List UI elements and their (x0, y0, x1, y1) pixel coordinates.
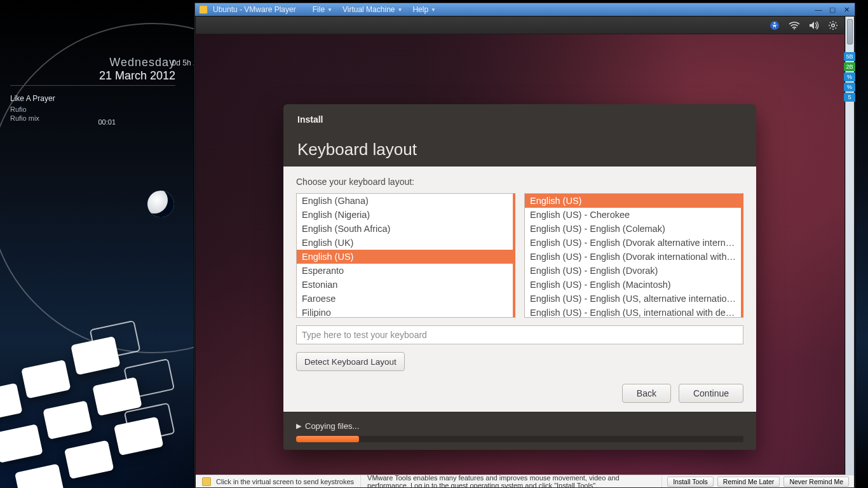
list-item[interactable]: English (South Africa) (297, 222, 513, 236)
install-tools-button[interactable]: Install Tools (667, 477, 714, 487)
svg-point-3 (832, 24, 835, 27)
vmware-player-window: Ubuntu - VMware Player File▼ Virtual Mac… (194, 3, 855, 488)
window-maximize-button[interactable]: ▢ (828, 6, 837, 13)
now-playing-widget: Like A Prayer Rufio Rufio mix 00:01 (10, 94, 175, 122)
network-icon[interactable] (789, 21, 800, 30)
guest-display[interactable]: Install Keyboard layout Choose your keyb… (196, 17, 844, 475)
keyboard-prompt: Choose your keyboard layout: (296, 177, 743, 187)
list-item[interactable]: Filipino (297, 306, 513, 318)
track-artist: Rufio (10, 105, 175, 113)
list-item[interactable]: Faroese (297, 292, 513, 306)
vmware-hint-bar: Click in the virtual screen to send keys… (196, 475, 854, 487)
list-item[interactable]: English (US) - English (Macintosh) (525, 278, 741, 292)
list-item[interactable]: English (US) - Cherokee (525, 208, 741, 222)
moon-decoration (147, 191, 174, 217)
hint-info-icon (202, 477, 211, 486)
svg-point-2 (794, 28, 795, 29)
gadget-chip: % (844, 72, 855, 81)
hint-tools-segment: VMware Tools enables many features and i… (361, 475, 662, 487)
list-item[interactable]: Esperanto (297, 264, 513, 278)
keyboard-test-input[interactable] (296, 325, 743, 344)
hint-click-text: Click in the virtual screen to send keys… (216, 478, 354, 485)
vmware-window-title: Ubuntu - VMware Player (213, 5, 296, 14)
disclosure-triangle-icon: ▶ (296, 422, 301, 430)
copying-row[interactable]: ▶ Copying files... (296, 421, 743, 431)
installer-body: Choose your keyboard layout: English (Gh… (283, 166, 756, 412)
installer-nav-row: Back Continue (296, 384, 743, 403)
installer-step-label: Install (297, 114, 742, 125)
gadget-chip: 5B (844, 52, 855, 61)
track-title: Like A Prayer (10, 94, 175, 103)
keyboard-variant-list[interactable]: English (US)English (US) - CherokeeEngli… (524, 193, 743, 318)
track-time: 00:01 (98, 118, 116, 126)
svg-point-1 (774, 22, 776, 24)
sidebar-gadget-chips: 5B2B%%5 (844, 52, 855, 102)
gadget-chip: 2B (844, 62, 855, 71)
list-item[interactable]: English (US) - English (Dvorak) (525, 264, 741, 278)
gnome-top-panel (196, 17, 844, 34)
vmware-app-icon (199, 5, 208, 14)
list-item[interactable]: English (UK) (297, 236, 513, 250)
clock-date: 21 March 2012 (10, 69, 175, 83)
continue-button[interactable]: Continue (679, 384, 743, 403)
installer-header: Install Keyboard layout (283, 104, 756, 166)
guest-scrollbar[interactable]: 5B2B%%5 (845, 17, 854, 475)
list-item[interactable]: English (US) (297, 250, 513, 264)
window-minimize-button[interactable]: — (814, 6, 823, 13)
keyboard-lists: English (Ghana)English (Nigeria)English … (296, 193, 743, 318)
gadget-chip: 5 (844, 93, 855, 102)
detect-keyboard-button[interactable]: Detect Keyboard Layout (296, 352, 405, 371)
vmware-titlebar[interactable]: Ubuntu - VMware Player File▼ Virtual Mac… (195, 3, 855, 16)
hint-buttons: Install Tools Remind Me Later Never Remi… (662, 475, 854, 487)
list-item[interactable]: English (US) (525, 194, 741, 208)
clock-divider (10, 85, 175, 86)
list-item[interactable]: Estonian (297, 278, 513, 292)
copy-progress-bar (296, 436, 743, 442)
list-item[interactable]: English (US) - English (US, internationa… (525, 306, 741, 318)
list-item[interactable]: English (Ghana) (297, 194, 513, 208)
chevron-down-icon: ▼ (431, 7, 436, 13)
list-item[interactable]: English (Nigeria) (297, 208, 513, 222)
menu-file[interactable]: File▼ (310, 5, 335, 14)
list-item[interactable]: English (US) - English (Colemak) (525, 222, 741, 236)
installer-footer: ▶ Copying files... (283, 412, 756, 450)
window-close-button[interactable]: ✕ (842, 6, 851, 13)
track-mix: Rufio mix (10, 114, 175, 122)
menu-help-label: Help (412, 5, 428, 14)
desktop-tiles-decoration (0, 321, 217, 488)
list-item[interactable]: English (US) - English (Dvorak internati… (525, 250, 741, 264)
menu-virtual-machine[interactable]: Virtual Machine▼ (340, 5, 405, 14)
scrollbar-thumb[interactable] (847, 19, 853, 44)
copy-progress-fill (296, 436, 359, 442)
clock-day: Wednesday (10, 56, 175, 69)
chevron-down-icon: ▼ (327, 7, 332, 13)
sound-icon[interactable] (809, 21, 819, 30)
back-button[interactable]: Back (622, 384, 671, 403)
remind-later-button[interactable]: Remind Me Later (717, 477, 780, 487)
desktop-clock-widget: Wednesday 21 March 2012 0d 5h 20mn UP (10, 56, 175, 90)
list-item[interactable]: English (US) - English (US, alternative … (525, 292, 741, 306)
hint-click-segment: Click in the virtual screen to send keys… (196, 475, 361, 487)
hint-tools-text: VMware Tools enables many features and i… (367, 474, 655, 489)
accessibility-icon[interactable] (770, 20, 780, 30)
list-item[interactable]: English (US) - English (Dvorak alternati… (525, 236, 741, 250)
copying-label: Copying files... (305, 421, 359, 431)
gadget-chip: % (844, 83, 855, 92)
gear-icon[interactable] (828, 20, 838, 30)
never-remind-button[interactable]: Never Remind Me (783, 477, 849, 487)
chevron-down-icon: ▼ (397, 7, 402, 13)
menu-vm-label: Virtual Machine (342, 5, 395, 14)
ubuntu-installer-dialog: Install Keyboard layout Choose your keyb… (283, 104, 756, 450)
keyboard-language-list[interactable]: English (Ghana)English (Nigeria)English … (296, 193, 515, 318)
installer-title: Keyboard layout (297, 140, 742, 159)
menu-help[interactable]: Help▼ (410, 5, 438, 14)
menu-file-label: File (313, 5, 325, 14)
